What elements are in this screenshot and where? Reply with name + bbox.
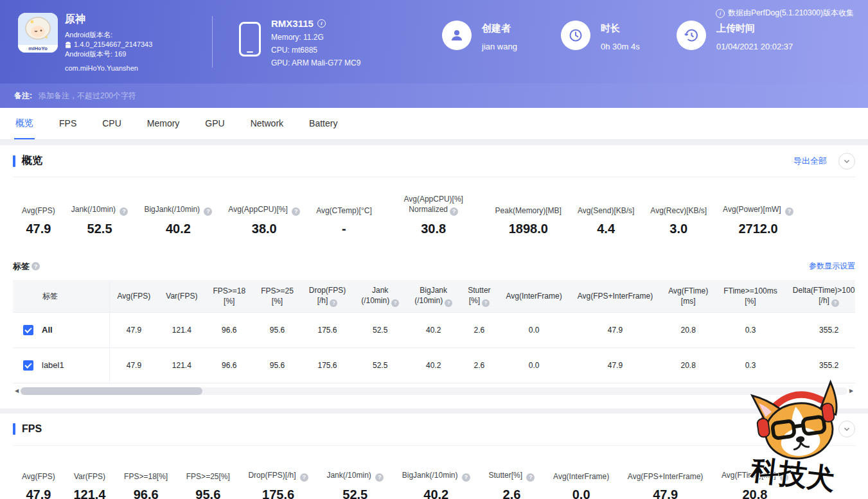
help-icon[interactable]: ?	[445, 299, 452, 307]
help-icon[interactable]: ?	[31, 262, 40, 270]
history-icon	[677, 21, 706, 50]
help-icon[interactable]: ?	[482, 299, 490, 307]
metric-label: Avg(CTemp)[°C]	[316, 206, 372, 216]
scroll-right-arrow-icon[interactable]: ▶	[847, 388, 855, 394]
help-icon[interactable]: ?	[785, 207, 793, 216]
upload-block: 上传时间 01/04/2021 20:02:37	[677, 21, 793, 51]
table-column-header: BigJank(/10min)?	[407, 280, 460, 313]
section-accent-bar	[13, 155, 15, 167]
metric-value: 40.2	[166, 222, 191, 236]
overview-title: 概览	[22, 154, 42, 168]
collect-note: i 数据由PerfDog(5.1.210300)版本收集	[716, 8, 854, 19]
table-cell: 121.4	[158, 312, 205, 347]
checkbox-label1[interactable]	[23, 360, 33, 371]
fps-metrics: Avg(FPS) 47.9 Var(FPS) 121.4 FPS>=18[%] …	[13, 446, 855, 499]
metric-label: Jank(/10min) ?	[326, 470, 384, 482]
fps-title: FPS	[22, 423, 42, 435]
device-memory: Memory: 11.2G	[271, 33, 360, 42]
metric-label: Avg(Power)[mW] ?	[723, 204, 793, 216]
help-icon[interactable]: ?	[462, 473, 470, 482]
labels-table: 标签 Avg(FPS) Var(FPS) FPS>=18[%] FPS>=25[…	[13, 280, 855, 383]
metric-value: 4.4	[597, 222, 615, 236]
metric-value: 47.9	[26, 487, 51, 499]
metric-label: Avg(Send)[KB/s]	[578, 206, 635, 216]
scroll-left-arrow-icon[interactable]: ◀	[13, 388, 21, 394]
scrollbar-thumb[interactable]	[21, 387, 202, 395]
help-icon[interactable]: ?	[375, 473, 384, 482]
help-icon[interactable]: ?	[330, 299, 337, 307]
export-all-link[interactable]: 导出全部	[793, 155, 827, 167]
scrollbar-track[interactable]	[21, 387, 847, 395]
help-icon[interactable]: ?	[780, 473, 788, 482]
help-icon[interactable]: ?	[391, 299, 399, 307]
metric-value: 40.2	[423, 487, 448, 499]
fps-section: FPS Avg(FPS) 47.9 Var(FPS) 121.4 FPS>=18…	[0, 414, 868, 499]
checkbox-all[interactable]	[23, 325, 33, 335]
metric-label: FPS>=18[%]	[124, 471, 168, 482]
table-column-header: Jank(/10min)?	[353, 280, 407, 313]
metric: Avg(Power)[mW] ? 2712.0	[723, 195, 793, 236]
tab-fps[interactable]: FPS	[58, 108, 78, 139]
tab-overview[interactable]: 概览	[14, 108, 35, 139]
help-icon[interactable]: ?	[831, 299, 839, 307]
table-cell: 0.3	[716, 347, 785, 383]
tab-cpu[interactable]: CPU	[101, 108, 123, 139]
app-icon: miHoYo	[18, 13, 58, 53]
metric-label: Avg(InterFrame)	[553, 471, 609, 482]
table-cell: 47.9	[570, 347, 660, 383]
table-cell: 175.6	[301, 312, 353, 347]
metric: Avg(Recv)[KB/s] 3.0	[650, 195, 707, 236]
table-column-header: Drop(FPS)[/h]?	[301, 280, 353, 313]
header-divider	[212, 16, 213, 67]
device-model: RMX3115	[271, 18, 314, 29]
horizontal-scrollbar[interactable]: ◀ ▶	[13, 387, 855, 396]
upload-label: 上传时间	[716, 22, 793, 35]
overview-section: 概览 导出全部 Avg(FPS) 47.9 Jank(/10min) ? 52.…	[0, 145, 868, 408]
tab-battery[interactable]: Battery	[308, 108, 339, 139]
info-icon: i	[716, 9, 725, 18]
app-name: 原神	[65, 13, 152, 26]
metric-label: Drop(FPS)[/h] ?	[248, 470, 308, 482]
remark-label: 备注:	[14, 91, 32, 101]
metric: Avg(FPS) 47.9	[22, 195, 55, 236]
metric-value: 52.5	[87, 222, 112, 236]
table-cell: 355.2	[785, 347, 855, 383]
info-icon[interactable]: i	[317, 19, 326, 28]
tab-memory[interactable]: Memory	[146, 108, 181, 139]
device-cpu: CPU: mt6885	[271, 46, 360, 55]
duration-label: 时长	[601, 22, 640, 35]
table-row: label1 47.9 121.4 96.6 95.6 175.6 52.5 4…	[13, 347, 855, 383]
tab-bar: 概览 FPS CPU Memory GPU Network Battery	[0, 108, 868, 140]
table-row-label-cell: label1	[13, 347, 109, 383]
metric-label: Avg(FPS)	[22, 206, 55, 216]
table-cell: 52.5	[353, 347, 407, 383]
help-icon[interactable]: ?	[120, 207, 128, 216]
metric: BigJank(/10min) ? 40.2	[144, 195, 212, 236]
help-icon[interactable]: ?	[450, 207, 458, 216]
app-version-name-label: Android版本名:	[65, 30, 152, 40]
metric: Avg(CTemp)[°C] -	[316, 195, 372, 236]
metric-value: 1898.0	[509, 222, 548, 236]
help-icon[interactable]: ?	[204, 207, 212, 216]
table-column-header: Avg(FTime)[ms]	[660, 280, 716, 313]
tab-network[interactable]: Network	[249, 108, 285, 139]
metric-label: Stutter[%] ?	[488, 470, 535, 482]
app-version-name-row: 1.4.0_2154667_2147343	[65, 40, 152, 49]
collapse-fps-button[interactable]	[838, 421, 855, 437]
help-icon[interactable]: ?	[526, 473, 535, 482]
help-icon[interactable]: ?	[300, 473, 308, 482]
table-column-header: Avg(FPS+InterFrame)	[570, 280, 660, 313]
metric-value: -	[342, 222, 346, 236]
param-display-settings-link[interactable]: 参数显示设置	[809, 261, 855, 272]
metric-value: 47.9	[653, 487, 678, 499]
help-icon[interactable]: ?	[292, 207, 300, 216]
remark-input[interactable]	[39, 91, 854, 100]
tab-gpu[interactable]: GPU	[204, 108, 226, 139]
collect-note-text: 数据由PerfDog(5.1.210300)版本收集	[728, 8, 854, 19]
metric-label: Avg(Recv)[KB/s]	[650, 206, 707, 216]
table-cell: 40.2	[407, 347, 460, 383]
metric-value: 0.0	[572, 487, 590, 499]
creator-value: jian wang	[482, 42, 517, 51]
collapse-overview-button[interactable]	[838, 153, 855, 170]
metric-value: 2.6	[503, 487, 521, 499]
